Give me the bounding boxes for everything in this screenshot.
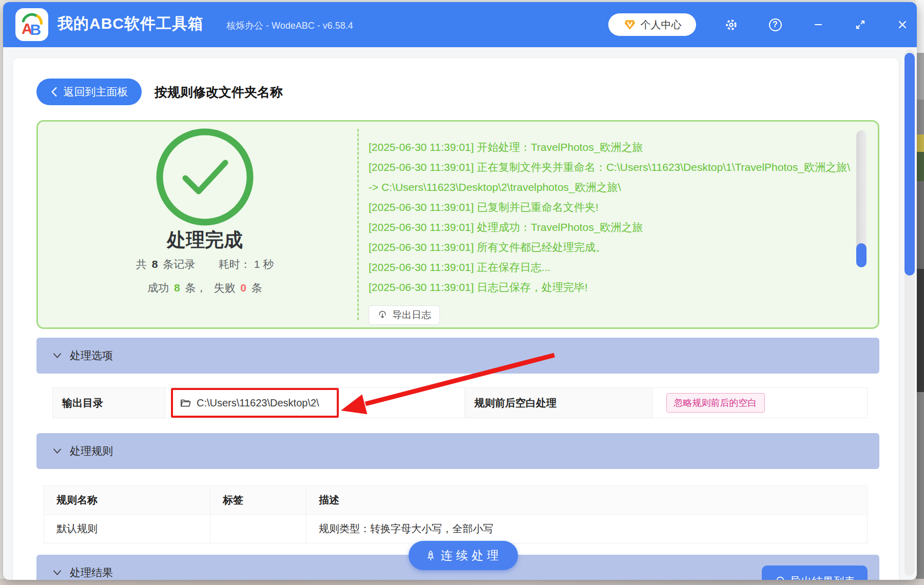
log-scrollbar-track[interactable] xyxy=(856,130,867,267)
elapsed-value: 1 秒 xyxy=(254,258,274,270)
success-unit: 条， xyxy=(185,282,207,294)
column-header-tag: 标签 xyxy=(210,486,306,514)
column-header-desc: 描述 xyxy=(306,486,867,514)
page-title: 按规则修改文件夹名称 xyxy=(155,79,283,105)
user-center-label: 个人中心 xyxy=(641,18,682,32)
log-divider xyxy=(357,129,359,320)
minimize-glyph: − xyxy=(814,17,822,32)
chevron-down-icon xyxy=(53,570,62,576)
cloud-download-icon xyxy=(775,576,786,580)
continue-process-button[interactable]: 连续处理 xyxy=(409,541,518,570)
app-logo-icon: A B xyxy=(15,8,48,41)
chevron-left-icon xyxy=(50,87,59,97)
page-scrollbar-thumb[interactable] xyxy=(904,53,915,276)
total-unit: 条记录 xyxy=(163,258,195,270)
success-fail-stats-line: 成功 8 条， 失败 0 条 xyxy=(38,281,372,295)
whitespace-rule-badge: 忽略规则前后的空白 xyxy=(666,393,765,413)
chevron-down-icon xyxy=(53,353,62,359)
cloud-download-icon xyxy=(377,310,388,320)
settings-gear-icon[interactable] xyxy=(724,17,738,32)
main-content-card: 返回到主面板 按规则修改文件夹名称 处理完成 共 8 条记录 耗时： 1 秒 成… xyxy=(12,57,899,580)
back-to-main-button[interactable]: 返回到主面板 xyxy=(36,79,142,105)
svg-text:B: B xyxy=(30,21,42,38)
log-line: [2025-06-30 11:39:01] 已复制并已重命名文件夹! xyxy=(369,197,854,217)
rules-table-header: 规则名称 标签 描述 xyxy=(44,486,867,515)
rule-tag-cell xyxy=(210,515,306,543)
log-line: [2025-06-30 11:39:01] 正在复制文件夹并重命名：C:\Use… xyxy=(369,157,854,197)
total-stats-line: 共 8 条记录 耗时： 1 秒 xyxy=(38,257,372,271)
titlebar: A B 我的ABC软件工具箱 核烁办公 - WodeABC - v6.58.4 … xyxy=(3,2,917,47)
fail-unit: 条 xyxy=(252,282,262,294)
success-check-icon xyxy=(153,126,256,230)
column-header-name: 规则名称 xyxy=(44,486,210,514)
vip-badge-icon xyxy=(623,18,637,31)
total-count: 8 xyxy=(150,258,160,270)
close-button[interactable] xyxy=(895,17,910,32)
process-result-panel: 处理完成 共 8 条记录 耗时： 1 秒 成功 8 条， 失败 0 条 [202… xyxy=(36,120,879,329)
rules-table: 规则名称 标签 描述 默认规则 规则类型：转换字母大小写，全部小写 xyxy=(44,485,868,543)
help-glyph: ? xyxy=(773,20,778,29)
section-title: 处理规则 xyxy=(70,444,113,458)
success-label: 成功 xyxy=(147,282,169,294)
app-window: A B 我的ABC软件工具箱 核烁办公 - WodeABC - v6.58.4 … xyxy=(3,2,917,580)
app-subtitle: 核烁办公 - WodeABC - v6.58.4 xyxy=(226,20,353,32)
log-line: [2025-06-30 11:39:01] 日志已保存，处理完毕! xyxy=(369,277,854,297)
chevron-down-icon xyxy=(53,448,62,454)
whitespace-rule-cell: 忽略规则前后的空白 xyxy=(652,388,867,418)
app-title: 我的ABC软件工具箱 xyxy=(57,13,204,34)
success-count: 8 xyxy=(172,282,182,294)
export-results-button[interactable]: 导出结果列表 xyxy=(762,566,868,580)
output-dir-value: C:\Users\11623\Desktop\2\ xyxy=(197,397,319,409)
user-center-button[interactable]: 个人中心 xyxy=(608,13,696,36)
output-dir-value-box[interactable]: C:\Users\11623\Desktop\2\ xyxy=(171,388,339,418)
fail-label: 失败 xyxy=(214,282,235,294)
help-icon[interactable]: ? xyxy=(768,17,782,32)
rule-name-cell: 默认规则 xyxy=(44,515,210,543)
page-scrollbar-track[interactable] xyxy=(904,49,915,576)
folder-open-icon xyxy=(180,397,191,409)
section-header-rules[interactable]: 处理规则 xyxy=(36,433,879,469)
whitespace-rule-label: 规则前后空白处理 xyxy=(465,388,652,418)
section-title: 处理选项 xyxy=(70,348,113,363)
log-line: [2025-06-30 11:39:01] 处理成功：TravelPhotos_… xyxy=(369,217,854,237)
continue-label: 连续处理 xyxy=(441,548,503,563)
total-label: 共 xyxy=(136,258,147,270)
minimize-button[interactable]: − xyxy=(811,17,825,32)
section-header-options[interactable]: 处理选项 xyxy=(36,338,879,374)
rocket-icon xyxy=(425,550,437,562)
export-log-button[interactable]: 导出日志 xyxy=(369,305,440,325)
log-line: [2025-06-30 11:39:01] 开始处理：TravelPhotos_… xyxy=(369,137,854,157)
fail-count: 0 xyxy=(238,282,248,294)
output-dir-label: 输出目录 xyxy=(53,388,165,418)
export-log-label: 导出日志 xyxy=(392,308,431,322)
section-title: 处理结果 xyxy=(70,566,113,580)
elapsed-label: 耗时： xyxy=(219,258,251,270)
desktop-background-right xyxy=(916,0,924,585)
back-label: 返回到主面板 xyxy=(64,85,128,99)
maximize-button[interactable] xyxy=(853,17,868,32)
log-line: [2025-06-30 11:39:01] 所有文件都已经处理完成。 xyxy=(369,237,854,257)
rule-desc-cell: 规则类型：转换字母大小写，全部小写 xyxy=(306,515,867,543)
table-row[interactable]: 默认规则 规则类型：转换字母大小写，全部小写 xyxy=(44,515,867,543)
log-line: [2025-06-30 11:39:01] 正在保存日志... xyxy=(369,257,854,277)
export-results-label: 导出结果列表 xyxy=(791,574,855,580)
log-scrollbar-thumb[interactable] xyxy=(856,243,867,267)
process-log-area: [2025-06-30 11:39:01] 开始处理：TravelPhotos_… xyxy=(369,137,854,297)
status-title: 处理完成 xyxy=(38,227,372,253)
